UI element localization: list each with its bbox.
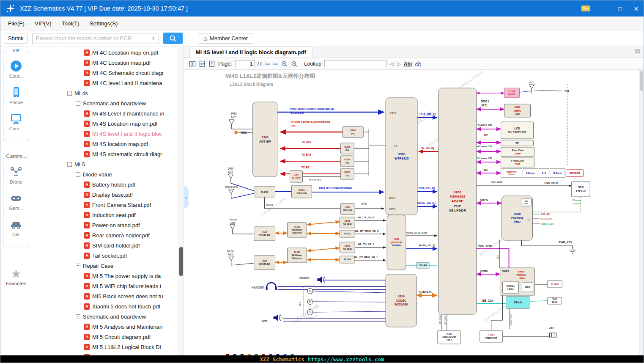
diagram-label: U601 (518, 270, 525, 273)
diagram-label: DRX (228, 167, 234, 170)
tree-item-mi-5-the-power-supply-is-da[interactable]: AMI 5 The power supply is da (32, 271, 184, 281)
diagram-label: SPK (262, 319, 268, 322)
footer-url[interactable]: https://www.xzztools.com (308, 356, 384, 363)
tree-item-power-on-stand-pdf[interactable]: APower-on stand.pdf (32, 220, 184, 230)
menu-vip-v[interactable]: VIP(V) (30, 20, 57, 27)
tree-item-display-base-pdf[interactable]: ADisplay base.pdf (32, 190, 184, 200)
tree-item-mi-4s-location-map-pdf[interactable]: AMi 4S location map.pdf (32, 139, 184, 149)
diagram-block-label: TYPE-C (575, 190, 586, 192)
tree-item-mi-4c-level-i-and-ii-maintena[interactable]: AMI 4C level I and II maintena (32, 78, 184, 88)
tree-scrollbar-thumb[interactable] (179, 247, 183, 276)
diagram-block-label: Clock (514, 301, 522, 304)
page-number-input[interactable] (235, 60, 255, 67)
tree-item-mi-5-l1-l2-logical-block-di[interactable]: AMI 5 L1&L2 Logical Block Di (32, 342, 184, 352)
prev-match-icon[interactable]: ◁ (390, 61, 394, 66)
svg-text:S: S (309, 311, 311, 314)
sidebar-item-com[interactable]: Com... (9, 112, 23, 131)
tree-item-mi-5-analysis-and-maintenan[interactable]: AMI 5 Analysis and Maintenan (32, 322, 184, 332)
pdf-scrollbar-thumb[interactable] (640, 71, 643, 91)
tab-document[interactable]: Mi 4S level I and II logic block diagram… (189, 47, 312, 58)
tree-item-mi-5-wifi-chip-failure-leads-t[interactable]: AMI 5 WiFi chip failure leads t (32, 281, 184, 291)
tree-item-mi-4s-location-map-en-pdf[interactable]: AMi 4S Location map en.pdf (32, 118, 184, 129)
collapse-icon[interactable]: − (67, 91, 72, 96)
tree-item-mi-5-circuit-diagram-pdf[interactable]: AMI 5 Circuit diagram.pdf (32, 332, 184, 342)
tree-group-diode-value[interactable]: −Diode value (32, 169, 184, 179)
diagram-label: PM8994 (517, 274, 526, 276)
pdf-file-icon: A (84, 344, 90, 350)
tree-group-repair-case[interactable]: −Repair Case (32, 261, 184, 271)
tree-item-label: Mi 4S level I and II logic bloc (92, 131, 162, 137)
diagram-block-label: COUPLER (259, 263, 270, 265)
tree-scrollbar[interactable] (178, 47, 184, 355)
tree-group-mi-4s[interactable]: −MI 4s (32, 88, 184, 98)
diagram-label: WLAN_BB_IQ (419, 244, 436, 247)
diagram-block-label: Front Cam (511, 160, 524, 162)
tree-group-schematic-and-boardview[interactable]: −Schematic and boardview (32, 311, 184, 322)
collapse-panel-handle[interactable]: ‹ (184, 186, 189, 208)
sidebar-item-cour[interactable]: Cour... (9, 60, 23, 79)
pdf-scrollbar[interactable] (639, 70, 644, 355)
diagram-block-label: DRX-SW (296, 192, 307, 195)
sidebar-item-favorites[interactable]: ★Favorites (6, 268, 26, 286)
tree-item-induction-seat-pdf[interactable]: AInduction seat.pdf (32, 210, 184, 220)
pdf-canvas[interactable]: 2019-03-11 10:46:002019-03-11 10:46:0020… (184, 70, 644, 355)
tree-item-mi-4s-schematic-circuit-diagr[interactable]: AMi 4S schematic circuit diagr (32, 149, 184, 159)
sidebar-item-car[interactable]: Car (10, 218, 22, 237)
lookup-input[interactable] (324, 60, 387, 67)
menu-file-f[interactable]: File(F) (3, 20, 30, 27)
tree-item-rear-camera-holder-pdf[interactable]: ARear camera holder.pdf (32, 230, 184, 240)
sidebar-item-phone[interactable]: Phone (9, 86, 23, 105)
diagram-block-label: U300 (398, 152, 406, 156)
tree-item-item[interactable]: A (32, 352, 184, 355)
pdf-file-icon: A (84, 222, 90, 228)
shrink-button[interactable]: Shrink (4, 33, 28, 44)
tree-item-mi-4c-location-map-en-pdf[interactable]: AMI 4C Location map en.pdf (32, 47, 184, 58)
maximize-button[interactable]: □ (618, 6, 622, 12)
tree-item-label: MI 4C Location map.pdf (92, 60, 151, 66)
tree-item-battery-holder-pdf[interactable]: ABattery holder.pdf (32, 179, 184, 190)
close-document-icon[interactable]: ☒ (635, 48, 640, 56)
diagram-block-label: U803 (514, 106, 521, 108)
match-case-icon[interactable]: Abi (404, 61, 412, 67)
diagram-label: GPS (389, 208, 395, 211)
fit-width-icon[interactable] (199, 60, 206, 67)
collapse-icon[interactable]: − (76, 264, 80, 268)
chevron-down-icon[interactable]: ∨ (152, 36, 155, 41)
diagram-block-label: FL504 (344, 258, 351, 261)
tree-item-front-camera-stand-pdf[interactable]: AFront Camera Stand.pdf (32, 200, 184, 210)
tree-item-mi-4s-level-3-maintenance-in[interactable]: AMi 4S Level 3 maintenance in (32, 108, 184, 118)
zoom-out-icon[interactable] (291, 60, 298, 67)
tree-group-schematic-and-boardview[interactable]: −Schematic and boardview (32, 98, 184, 108)
collapse-icon[interactable]: − (76, 172, 80, 177)
zoom-in-icon[interactable] (281, 60, 288, 67)
close-button[interactable]: × (634, 5, 639, 13)
fit-page-icon[interactable] (208, 60, 215, 67)
tree-item-tail-socket-pdf[interactable]: ATail socket.pdf (32, 250, 184, 261)
minimize-button[interactable]: ─ (602, 6, 606, 12)
two-page-view-icon[interactable] (189, 60, 196, 67)
member-center-button[interactable]: ⌂ Member Center (198, 33, 253, 44)
tree-item-mi-4c-location-map-pdf[interactable]: AMI 4C Location map.pdf (32, 58, 184, 68)
model-search-combobox[interactable]: Please input the model number or PCB ∨ (32, 33, 159, 44)
search-button[interactable] (163, 33, 183, 44)
sidebar-item-gam[interactable]: Gam... (9, 192, 23, 211)
pdf-file-icon: A (84, 334, 90, 340)
tree-item-mi5-black-screen-does-not-tu[interactable]: AMI5 Black screen does not tu (32, 291, 184, 301)
binoculars-icon[interactable] (415, 60, 422, 67)
tree-item-xiaomi-5-does-not-touch-pdf[interactable]: AXiaomi 5 does not touch.pdf (32, 301, 184, 311)
menu-settings-s[interactable]: Settings(S) (85, 20, 123, 27)
next-page-icon[interactable]: ⇨ (273, 60, 279, 67)
next-match-icon[interactable]: ▷ (397, 61, 401, 66)
diagram-label: UI (528, 218, 530, 221)
collapse-icon[interactable]: − (76, 314, 80, 319)
tree-item-mi-4s-level-i-and-ii-logic-bloc[interactable]: AMi 4S level I and II logic bloc (32, 129, 184, 139)
sidebar-item-drone[interactable]: Drone (10, 165, 22, 184)
menu-tool-t[interactable]: Tool(T) (57, 20, 85, 27)
tree-group-mi-5[interactable]: −MI 5 (32, 159, 184, 169)
tree-item-mi-4c-schematic-circuit-diagr[interactable]: AMI 4C Schematic circuit diagr (32, 68, 184, 78)
vip-card-icon[interactable] (581, 5, 590, 12)
collapse-icon[interactable]: − (76, 101, 80, 106)
prev-page-icon[interactable]: ⇦ (265, 60, 270, 67)
collapse-icon[interactable]: − (67, 162, 72, 167)
tree-item-sim-card-holder-pdf[interactable]: ASIM card holder.pdf (32, 240, 184, 250)
